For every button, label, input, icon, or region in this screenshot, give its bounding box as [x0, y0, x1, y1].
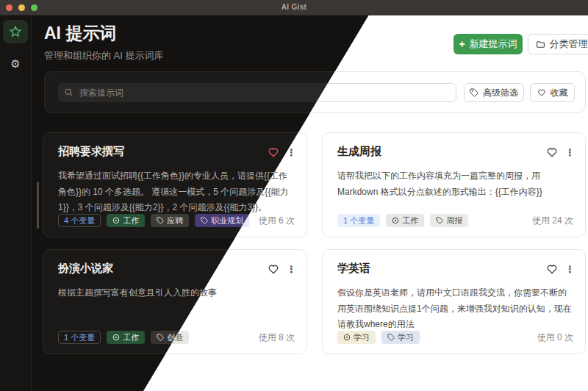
usage-count: 使用 6 次: [259, 215, 295, 227]
favorite-icon[interactable]: [268, 263, 279, 275]
tag-badge: 4 个变量: [58, 214, 101, 227]
tag-badge-label: 职业规划: [211, 215, 243, 226]
tag-icon: [201, 217, 208, 224]
sidebar-item-prompts[interactable]: [3, 20, 28, 43]
card-footer: 1 个变量工作周报 使用 24 次: [337, 214, 573, 227]
card-title: 生成周报: [337, 145, 573, 159]
card-menu-icon[interactable]: ⋮: [287, 265, 296, 274]
star-icon: [9, 25, 22, 38]
tag-badge: 学习: [337, 331, 376, 344]
tag-badge-label: 周报: [446, 215, 462, 226]
card-title: 招聘要求撰写: [58, 145, 295, 159]
favorite-icon[interactable]: [546, 146, 558, 158]
tag-badge-label: 1 个变量: [343, 215, 374, 226]
tag-badge: 工作: [107, 214, 145, 227]
tag-badge: 工作: [386, 214, 424, 227]
tag-badge: 1 个变量: [337, 214, 380, 227]
page-subtitle: 管理和组织你的 AI 提示词库: [44, 49, 164, 62]
app-window: AI Gist ⚙ AI 提示词 管理和组织你的 AI 提示词库 + 新建提示词: [0, 0, 588, 391]
card-description: 假设你是英语老师，请用中文口语跟我交流，你需要不断的用英语围绕知识点提1个问题，…: [337, 285, 573, 333]
prompt-card[interactable]: 生成周报 ⋮ 请帮我把以下的工作内容填充为一篇完整的周报，用 Markdown …: [322, 132, 586, 237]
usage-count: 使用 24 次: [532, 215, 573, 227]
tag-badge-label: 学习: [398, 332, 414, 343]
tag-icon: [387, 334, 395, 341]
tag-badge-label: 工作: [123, 215, 139, 226]
category-icon: [392, 217, 399, 224]
new-prompt-button[interactable]: + 新建提示词: [453, 34, 523, 54]
tag-icon: [436, 217, 443, 224]
advanced-filter-label: 高级筛选: [483, 87, 518, 99]
page-title: AI 提示词: [44, 22, 116, 45]
card-menu-icon[interactable]: ⋮: [565, 148, 575, 157]
tag-badge: 1 个变量: [58, 331, 101, 344]
titlebar: AI Gist: [0, 0, 588, 15]
category-icon: [112, 334, 120, 341]
category-manage-button[interactable]: 分类管理: [528, 34, 588, 54]
tag-badge: 职业规划: [195, 214, 249, 227]
sidebar-item-settings[interactable]: ⚙: [3, 51, 28, 75]
favorite-icon[interactable]: [268, 146, 279, 158]
search-icon: [64, 87, 74, 97]
tag-badge-label: 工作: [123, 332, 139, 343]
card-menu-icon[interactable]: ⋮: [565, 265, 575, 274]
tag-badge: 周报: [430, 214, 468, 227]
card-footer: 学习学习 使用 0 次: [337, 331, 573, 344]
favorites-filter-button[interactable]: 收藏: [530, 83, 575, 102]
tag-badge: 工作: [107, 331, 145, 344]
scrollbar-thumb[interactable]: [37, 182, 39, 229]
tag-badge-label: 4 个变量: [64, 215, 95, 226]
category-manage-label: 分类管理: [550, 37, 588, 51]
card-description: 请帮我把以下的工作内容填充为一篇完整的周报，用 Markdown 格式以分点叙述…: [337, 168, 573, 200]
tag-list: 1 个变量工作创意: [58, 331, 189, 344]
tag-list: 1 个变量工作周报: [337, 214, 468, 227]
tag-badge-label: 学习: [354, 332, 370, 343]
tag-icon: [470, 88, 478, 97]
new-prompt-label: 新建提示词: [470, 37, 517, 51]
tag-list: 学习学习: [337, 331, 420, 344]
prompt-card[interactable]: 学英语 ⋮ 假设你是英语老师，请用中文口语跟我交流，你需要不断的用英语围绕知识点…: [322, 249, 586, 354]
usage-count: 使用 8 次: [259, 331, 295, 344]
favorite-icon[interactable]: [546, 263, 558, 275]
category-icon: [343, 334, 351, 341]
tag-badge: 应聘: [151, 214, 189, 227]
favorites-filter-label: 收藏: [551, 87, 568, 99]
tag-badge: 学习: [381, 331, 420, 344]
advanced-filter-button[interactable]: 高级筛选: [464, 83, 524, 102]
tag-badge-label: 应聘: [167, 215, 183, 226]
plus-icon: +: [459, 39, 465, 49]
tag-badge-label: 1 个变量: [64, 332, 95, 343]
folder-icon: [536, 40, 545, 49]
category-icon: [112, 217, 120, 224]
window-title: AI Gist: [0, 0, 588, 15]
gear-icon: ⚙: [10, 58, 20, 69]
usage-count: 使用 0 次: [537, 331, 573, 344]
heart-icon: [537, 88, 546, 97]
tag-icon: [157, 334, 164, 341]
sidebar: ⚙: [0, 15, 32, 391]
tag-badge-label: 工作: [402, 215, 418, 226]
card-title: 学英语: [337, 262, 573, 276]
tag-icon: [157, 217, 164, 224]
tag-list: 4 个变量工作应聘职业规划: [58, 214, 249, 227]
